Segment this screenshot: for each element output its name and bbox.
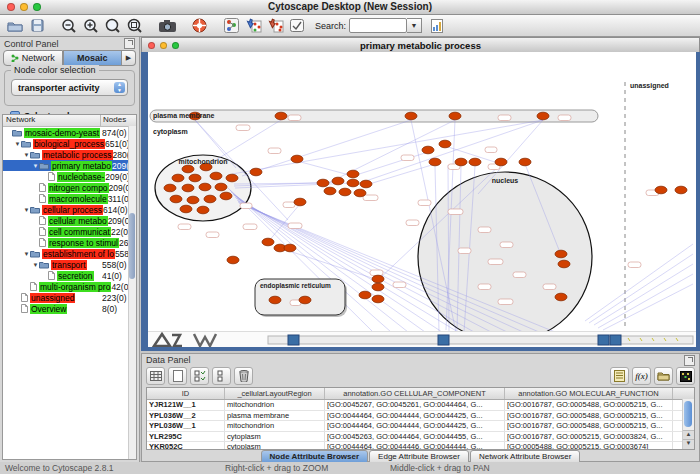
layout-red-icon[interactable]	[265, 17, 285, 35]
matrix-icon[interactable]	[676, 367, 695, 385]
table-row[interactable]: YJR121W__1mitochondrion[GO:0045267, GO:0…	[147, 400, 694, 411]
network-node[interactable]	[284, 244, 296, 252]
float-panel-icon[interactable]	[684, 355, 695, 366]
network-node[interactable]	[372, 275, 384, 283]
open-folder-icon[interactable]	[654, 367, 673, 385]
table-column-header[interactable]: annotation.GO MOLECULAR_FUNCTION	[505, 388, 673, 399]
save-icon[interactable]	[27, 17, 47, 35]
tree-row[interactable]: nitrogen compo209(0)	[3, 182, 136, 193]
table-column-header[interactable]: annotation.GO CELLULAR_COMPONENT	[325, 388, 505, 399]
network-node[interactable]	[469, 158, 481, 166]
tree-row[interactable]: ▼transport558(0)	[3, 259, 136, 270]
tree-row[interactable]: multi-organism pro42(0)	[3, 281, 136, 292]
network-node[interactable]	[210, 172, 222, 180]
formula-icon[interactable]: f(x)	[632, 367, 651, 385]
network-node[interactable]	[675, 186, 687, 194]
tree-row[interactable]: Overview8(0)	[3, 303, 136, 314]
tree-row[interactable]: ▼metabolic process280(0)	[3, 149, 136, 160]
tree-row[interactable]: cell communicat22(0)	[3, 226, 136, 237]
network-node[interactable]	[199, 183, 211, 191]
tab-network[interactable]: Network	[3, 50, 63, 66]
plasma-membrane-region[interactable]	[150, 110, 598, 122]
tree-scrollbar-thumb[interactable]	[129, 213, 135, 280]
expander-icon[interactable]: ▼	[32, 163, 39, 169]
tree-row[interactable]: nucleobase-209(0)	[3, 171, 136, 182]
node-color-dropdown[interactable]: transporter activity ▲▼	[11, 79, 128, 96]
network-node[interactable]	[359, 291, 371, 299]
network-node[interactable]	[291, 155, 303, 163]
checklist-icon[interactable]	[190, 367, 209, 385]
network-node[interactable]	[220, 192, 232, 200]
tree-row[interactable]: mosaic-demo-yeast874(0)	[3, 127, 136, 138]
tree-row[interactable]: ▼cellular process614(0)	[3, 204, 136, 215]
network-node[interactable]	[170, 195, 182, 203]
network-node[interactable]	[519, 158, 531, 166]
network-node[interactable]	[360, 180, 372, 188]
tree-row[interactable]: unassigned223(0)	[3, 292, 136, 303]
network-node[interactable]	[429, 158, 441, 166]
expander-icon[interactable]: ▼	[23, 152, 30, 158]
network-node[interactable]	[347, 170, 359, 178]
network-node[interactable]	[317, 179, 329, 187]
network-node[interactable]	[455, 158, 467, 166]
tree-row[interactable]: response to stimul264(0)	[3, 237, 136, 248]
annotation-icon[interactable]	[287, 17, 307, 35]
network-node[interactable]	[164, 184, 176, 192]
zoom-selected-icon[interactable]	[125, 17, 145, 35]
network-node[interactable]	[182, 184, 194, 192]
trash-icon[interactable]	[234, 367, 253, 385]
search-dropdown-arrow[interactable]: ▼	[407, 18, 422, 33]
tab-mosaic[interactable]: Mosaic	[63, 50, 123, 66]
network-node[interactable]	[439, 140, 451, 148]
tree-col-nodes[interactable]: Nodes	[101, 115, 136, 126]
tree-row[interactable]: ▼establishment of lo558(0)	[3, 248, 136, 259]
network-node[interactable]	[180, 205, 192, 213]
network-node[interactable]	[558, 260, 570, 268]
network-node[interactable]	[555, 293, 567, 301]
tree-row[interactable]: cellular metabo209(0)	[3, 215, 136, 226]
table-column-header[interactable]: _cellularLayoutRegion	[225, 388, 325, 399]
network-node[interactable]	[655, 186, 667, 194]
network-node[interactable]	[339, 188, 351, 196]
network-node[interactable]	[449, 112, 461, 120]
network-edge[interactable]	[366, 164, 435, 185]
network-edge[interactable]	[594, 264, 693, 325]
zoom-out-icon[interactable]	[59, 17, 79, 35]
float-panel-icon[interactable]	[124, 38, 135, 49]
network-node[interactable]	[275, 112, 287, 120]
network-edge[interactable]	[326, 120, 455, 184]
network-node[interactable]	[422, 146, 434, 154]
network-node[interactable]	[537, 112, 549, 120]
network-window-titlebar[interactable]: primary metabolic process	[141, 37, 700, 52]
search-input[interactable]	[349, 18, 407, 33]
tree-row[interactable]: secretion41(0)	[3, 270, 136, 281]
network-node[interactable]	[347, 179, 359, 187]
attribute-page-icon[interactable]	[427, 17, 447, 35]
vizmapper-icon[interactable]	[221, 17, 241, 35]
network-node[interactable]	[372, 295, 384, 303]
snapshot-icon[interactable]	[157, 17, 177, 35]
network-node[interactable]	[250, 168, 262, 176]
open-folder-icon[interactable]	[5, 17, 25, 35]
help-lifesaver-icon[interactable]	[189, 17, 209, 35]
table-row[interactable]: YLR295Ccytoplasm[GO:0045263, GO:0044464,…	[147, 432, 694, 443]
zoom-fit-icon[interactable]	[103, 17, 123, 35]
network-node[interactable]	[405, 112, 417, 120]
network-node[interactable]	[324, 187, 336, 195]
table-column-header[interactable]: ID	[147, 388, 225, 399]
network-node[interactable]	[269, 296, 281, 304]
network-node[interactable]	[555, 250, 567, 258]
table-scrollbar[interactable]: ▲ ▼	[682, 399, 694, 449]
tree-row[interactable]: ▼primary metabo209(...	[3, 160, 136, 171]
network-node[interactable]	[495, 158, 507, 166]
table-row[interactable]: YPL036W__1mitochondrion[GO:0044464, GO:0…	[147, 421, 694, 432]
network-node[interactable]	[372, 283, 384, 291]
network-edge[interactable]	[297, 161, 353, 176]
tree-row[interactable]: ▼biological_process651(0)	[3, 138, 136, 149]
new-page-icon[interactable]	[168, 367, 187, 385]
network-node[interactable]	[354, 189, 366, 197]
table-row[interactable]: YKR052Ccytoplasm[GO:0044464, GO:0044446,…	[147, 442, 694, 450]
network-node[interactable]	[262, 238, 274, 246]
table-row[interactable]: YPL036W__2plasma membrane[GO:0044464, GO…	[147, 411, 694, 422]
network-node[interactable]	[182, 165, 194, 173]
